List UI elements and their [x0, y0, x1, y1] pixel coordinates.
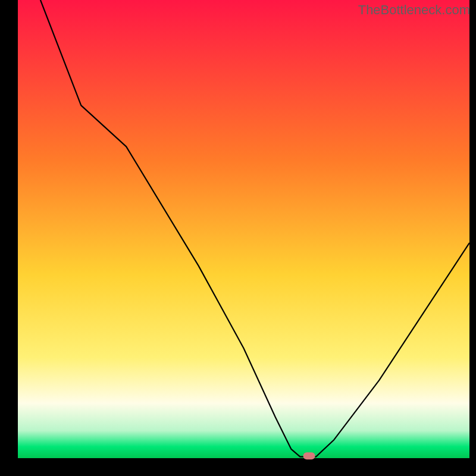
- watermark-text: TheBottleneck.com: [358, 2, 470, 18]
- heat-background: [18, 0, 469, 458]
- chart-container: TheBottleneck.com: [0, 0, 476, 476]
- optimal-marker: [303, 452, 315, 459]
- bottleneck-chart: [0, 0, 476, 476]
